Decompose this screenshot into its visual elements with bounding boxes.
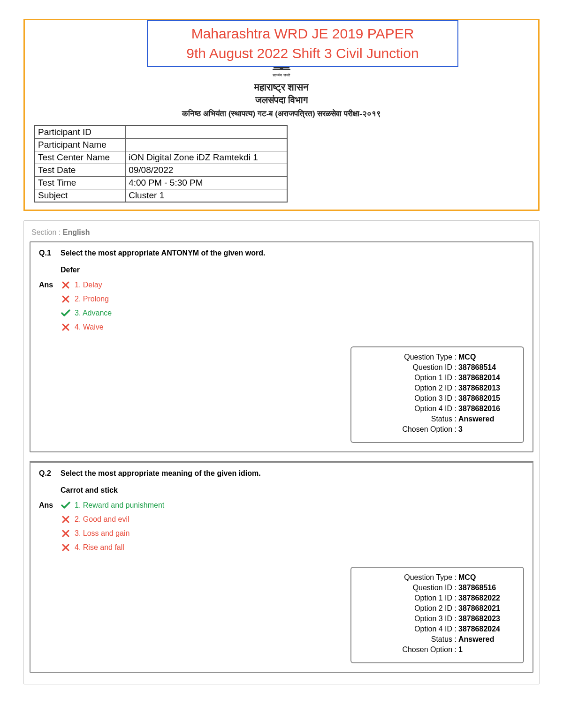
participant-info-table: Participant IDParticipant NameTest Cente… xyxy=(34,125,288,203)
gov-line2: जलसंपदा विभाग xyxy=(34,95,529,105)
cross-icon xyxy=(61,281,71,289)
option-text: 2. Good and evil xyxy=(75,515,129,524)
options-list: 1. Delay2. Prolong3. Advance4. Waive xyxy=(61,281,524,337)
info-row: SubjectCluster 1 xyxy=(35,189,287,203)
info-row: Test Center NameiON Digital Zone iDZ Ram… xyxy=(35,151,287,164)
option: 2. Prolong xyxy=(61,295,524,303)
meta-value: 3878682021 xyxy=(458,604,515,613)
header-box-orange: Maharashtra WRD JE 2019 PAPER 9th August… xyxy=(23,19,540,211)
info-tbody: Participant IDParticipant NameTest Cente… xyxy=(35,126,287,202)
meta-row: Chosen Option :1 xyxy=(360,645,515,654)
meta-value: 3878682014 xyxy=(458,374,515,382)
option: 2. Good and evil xyxy=(61,515,524,524)
section-name: English xyxy=(63,228,90,236)
meta-row: Option 3 ID :3878682015 xyxy=(360,394,515,403)
options-list: 1. Reward and punishment2. Good and evil… xyxy=(61,501,524,557)
meta-key: Option 1 ID : xyxy=(360,594,458,602)
answer-row: Ans1. Delay2. Prolong3. Advance4. Waive xyxy=(39,281,524,337)
question-meta-box: Question Type :MCQQuestion ID :387868516… xyxy=(350,567,524,663)
meta-key: Question Type : xyxy=(360,353,458,361)
svg-rect-6 xyxy=(273,69,290,70)
meta-key: Question Type : xyxy=(360,573,458,582)
cross-icon xyxy=(61,295,71,303)
meta-value: 387868516 xyxy=(458,584,515,592)
info-label: Test Date xyxy=(35,164,126,177)
meta-row: Option 2 ID :3878682021 xyxy=(360,604,515,613)
info-row: Participant Name xyxy=(35,139,287,151)
option-text: 4. Waive xyxy=(75,323,104,331)
option: 3. Advance xyxy=(61,309,524,317)
meta-key: Question ID : xyxy=(360,584,458,592)
meta-row: Status :Answered xyxy=(360,635,515,644)
meta-row: Option 2 ID :3878682013 xyxy=(360,384,515,392)
gov-line3: कनिष्ठ अभियंता (स्थापत्य) गट-ब (अराजपत्र… xyxy=(34,109,529,119)
meta-key: Option 4 ID : xyxy=(360,405,458,413)
option: 3. Loss and gain xyxy=(61,529,524,538)
meta-row: Option 1 ID :3878682022 xyxy=(360,594,515,602)
meta-key: Option 4 ID : xyxy=(360,625,458,633)
info-row: Test Date09/08/2022 xyxy=(35,164,287,177)
meta-key: Status : xyxy=(360,415,458,423)
option-text: 2. Prolong xyxy=(75,295,109,303)
question-number: Q.2 xyxy=(39,469,61,478)
header-box-blue: Maharashtra WRD JE 2019 PAPER 9th August… xyxy=(147,20,458,67)
question-text: Select the most appropriate ANTONYM of t… xyxy=(61,249,524,257)
meta-key: Chosen Option : xyxy=(360,645,458,654)
meta-value: 3878682015 xyxy=(458,394,515,403)
option: 4. Waive xyxy=(61,323,524,331)
option: 1. Reward and punishment xyxy=(61,501,524,510)
answer-label: Ans xyxy=(39,281,61,289)
meta-value: 3878682024 xyxy=(458,625,515,633)
meta-value: MCQ xyxy=(458,573,515,582)
meta-value: 387868514 xyxy=(458,363,515,372)
meta-row: Question Type :MCQ xyxy=(360,573,515,582)
meta-value: 3878682016 xyxy=(458,405,515,413)
info-label: Participant ID xyxy=(35,126,126,139)
section-prefix: Section : xyxy=(31,228,63,236)
option-text: 3. Advance xyxy=(75,309,112,317)
option: 4. Rise and fall xyxy=(61,543,524,552)
meta-value: Answered xyxy=(458,415,515,423)
info-row: Participant ID xyxy=(35,126,287,139)
tick-icon xyxy=(61,501,71,510)
option-text: 1. Delay xyxy=(75,281,102,289)
info-value: Cluster 1 xyxy=(126,189,287,203)
answer-row: Ans1. Reward and punishment2. Good and e… xyxy=(39,501,524,557)
meta-key: Option 3 ID : xyxy=(360,615,458,623)
option: 1. Delay xyxy=(61,281,524,289)
tick-icon xyxy=(61,309,71,317)
question-line: Q.2Select the most appropriate meaning o… xyxy=(39,469,524,478)
section-label: Section : English xyxy=(28,226,535,241)
question-meta-box: Question Type :MCQQuestion ID :387868514… xyxy=(350,346,524,443)
meta-value: 1 xyxy=(458,645,515,654)
meta-value: Answered xyxy=(458,635,515,644)
paper-title-line2: 9th August 2022 Shift 3 Civil Junction xyxy=(157,44,448,63)
meta-row: Chosen Option :3 xyxy=(360,425,515,434)
question-word: Defer xyxy=(61,266,524,274)
meta-value: 3878682023 xyxy=(458,615,515,623)
info-value xyxy=(126,139,287,151)
questions-container: Q.1Select the most appropriate ANTONYM o… xyxy=(28,241,535,673)
info-row: Test Time4:00 PM - 5:30 PM xyxy=(35,177,287,189)
option-text: 3. Loss and gain xyxy=(75,529,129,538)
cross-icon xyxy=(61,543,71,552)
meta-key: Status : xyxy=(360,635,458,644)
page: Maharashtra WRD JE 2019 PAPER 9th August… xyxy=(0,19,563,684)
question-box: Q.1Select the most appropriate ANTONYM o… xyxy=(30,241,533,452)
info-label: Subject xyxy=(35,189,126,203)
question-word: Carrot and stick xyxy=(61,486,524,495)
meta-key: Chosen Option : xyxy=(360,425,458,434)
info-label: Participant Name xyxy=(35,139,126,151)
meta-row: Option 4 ID :3878682024 xyxy=(360,625,515,633)
meta-row: Option 4 ID :3878682016 xyxy=(360,405,515,413)
meta-row: Status :Answered xyxy=(360,415,515,423)
question-text: Select the most appropriate meaning of t… xyxy=(61,469,524,478)
meta-key: Option 2 ID : xyxy=(360,604,458,613)
option-text: 1. Reward and punishment xyxy=(75,501,164,510)
meta-key: Option 1 ID : xyxy=(360,374,458,382)
meta-key: Option 3 ID : xyxy=(360,394,458,403)
info-value: 4:00 PM - 5:30 PM xyxy=(126,177,287,189)
meta-value: 3878682022 xyxy=(458,594,515,602)
emblem-base-text: सत्यमेव जयते xyxy=(34,73,529,78)
cross-icon xyxy=(61,515,71,524)
